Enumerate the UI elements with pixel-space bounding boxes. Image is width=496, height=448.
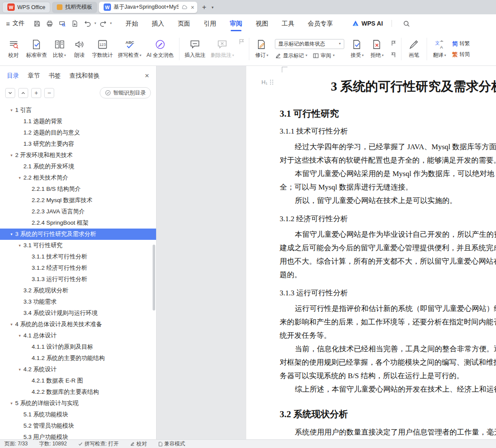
save-button[interactable]	[32, 18, 43, 29]
docer-template-tab[interactable]: 找稻壳模板	[52, 2, 97, 13]
menu-item-home[interactable]: 开始	[125, 14, 139, 33]
toc-item[interactable]: ▾4.2 系统设计	[0, 364, 156, 375]
search-icon[interactable]	[401, 18, 412, 29]
review-pane-button[interactable]: 审阅▾	[313, 52, 335, 59]
file-menu[interactable]: ≡ 文件	[6, 20, 25, 27]
brush-button[interactable]: 画笔	[404, 37, 424, 61]
toc-item[interactable]: 3.3 功能需求	[0, 296, 156, 307]
zoom-in-toc-button[interactable]: +	[31, 88, 41, 98]
toc-caret-icon[interactable]: ▾	[16, 176, 23, 180]
toc-item[interactable]: 5.3 用户功能模块	[0, 432, 156, 443]
toc-item[interactable]: 2.2.4 SpringBoot 框架	[0, 217, 156, 229]
toc-item[interactable]: 2.1 系统的开发环境	[0, 161, 156, 172]
standard-review-button[interactable]: 标准审查	[23, 37, 49, 61]
menu-item-page[interactable]: 页面	[177, 14, 191, 33]
toc-scrollbar[interactable]	[153, 245, 155, 311]
toc-item[interactable]: ▾3.1 可行性研究	[0, 240, 156, 251]
zoom-out-toc-button[interactable]: −	[44, 88, 54, 98]
toc-item[interactable]: ▾5 系统的详细设计与实现	[0, 398, 156, 409]
menu-item-membership[interactable]: 会员专享	[307, 14, 334, 33]
markup-state-dropdown[interactable]: 显示标记的最终状态▾	[275, 39, 344, 49]
menu-item-reference[interactable]: 引用	[203, 14, 217, 33]
sidebar-tab-chapter[interactable]: 章节	[28, 72, 40, 80]
toc-item[interactable]: 2.2.2 Mysql 数据库技术	[0, 195, 156, 206]
toc-item[interactable]: 2.2.3 JAVA 语言简介	[0, 206, 156, 217]
print-preview-button[interactable]	[57, 18, 68, 29]
tab-list-caret-icon[interactable]: ▾	[209, 5, 216, 10]
document-tab[interactable]: W 基于Java+SpringBoot+MyS ×	[99, 2, 197, 13]
show-markup-button[interactable]: 显示标记▾	[275, 52, 307, 59]
toc-item[interactable]: 5.2 管理员功能模块	[0, 420, 156, 432]
toc-item[interactable]: ▾2 开发环境和相关技术	[0, 150, 156, 161]
reject-button[interactable]: 拒绝▾	[367, 37, 387, 61]
proofread-button[interactable]: 校对	[3, 37, 23, 61]
toc-caret-icon[interactable]: ▾	[16, 243, 23, 248]
to-traditional-button[interactable]: 简 转繁	[452, 40, 470, 48]
translate-button[interactable]: 文A 翻译▾	[430, 37, 450, 61]
toc-item[interactable]: 1.1 选题的背景	[0, 116, 156, 127]
compare-button[interactable]: 比较▾	[49, 37, 69, 61]
close-tab-icon[interactable]: ×	[191, 4, 194, 11]
track-changes-button[interactable]: 修订▾	[252, 37, 272, 61]
collapse-all-button[interactable]	[5, 88, 15, 98]
toc-item[interactable]: 3.2 系统现状分析	[0, 285, 156, 296]
spell-check-button[interactable]: ABC 拼写检查▾	[115, 37, 144, 61]
toc-item[interactable]: 3.1.3 运行可行性分析	[0, 274, 156, 285]
menu-item-insert[interactable]: 插入	[151, 14, 165, 33]
toc-item[interactable]: 4.2.1 数据表 E-R 图	[0, 375, 156, 386]
toc-item[interactable]: 4.1.1 设计的原则及目标	[0, 341, 156, 353]
toc-caret-icon[interactable]: ▾	[16, 334, 23, 338]
accept-button[interactable]: 接受▾	[347, 37, 367, 61]
insert-comment-button[interactable]: 插入批注	[182, 37, 208, 61]
toc-item[interactable]: 5.1 系统功能模块	[0, 409, 156, 420]
print-button[interactable]	[44, 18, 55, 29]
toc-caret-icon[interactable]: ▾	[8, 401, 15, 405]
toc-caret-icon[interactable]: ▾	[8, 108, 15, 112]
toc-caret-icon[interactable]: ▾	[8, 232, 15, 236]
toc-item[interactable]: 3.1.2 经济可行性分析	[0, 262, 156, 274]
next-change-button[interactable]	[389, 51, 398, 59]
smart-toc-button[interactable]: 智能识别目录	[100, 87, 151, 98]
toc-item[interactable]: 4.2.2 数据库的主要表结构	[0, 386, 156, 398]
undo-caret-icon[interactable]: ▾	[95, 22, 96, 25]
toc-item[interactable]: ▾1 引言	[0, 105, 156, 116]
toc-item[interactable]: 3.4 系统设计规则与运行环境	[0, 307, 156, 319]
redo-button[interactable]	[98, 18, 109, 29]
new-tab-button[interactable]: +	[199, 3, 209, 12]
doc-text-line: 经过大学四年的学习，已经掌握了 JAVA、Mysql 数据库等方面的	[280, 140, 496, 154]
ai-polish-button[interactable]: AI 全文润色	[144, 37, 176, 61]
read-aloud-button[interactable]: 朗读	[69, 37, 89, 61]
undo-button[interactable]	[82, 18, 93, 29]
toc-item[interactable]: 2.2.1 B/S 结构简介	[0, 183, 156, 195]
compatibility-mode[interactable]: 兼容模式	[158, 440, 185, 448]
menu-item-tools[interactable]: 工具	[281, 14, 295, 33]
toc-item[interactable]: 3.1.1 技术可行性分析	[0, 251, 156, 262]
to-simplified-button[interactable]: 繁 转简	[452, 51, 470, 59]
toc-item[interactable]: 1.2 选题的目的与意义	[0, 127, 156, 138]
wps-office-tab[interactable]: W WPS Office	[2, 2, 50, 13]
menu-item-view[interactable]: 视图	[255, 14, 269, 33]
toc-caret-icon[interactable]: ▾	[8, 322, 15, 327]
sidebar-tab-toc[interactable]: 目录	[7, 72, 19, 80]
sidebar-tab-bookmark[interactable]: 书签	[49, 72, 61, 80]
toc-item[interactable]: ▾2.2 相关技术简介	[0, 172, 156, 183]
toc-caret-icon[interactable]: ▾	[16, 367, 23, 372]
toc-item[interactable]: ▾3 系统的可行性研究及需求分析	[0, 229, 156, 240]
previous-change-button[interactable]	[389, 39, 398, 47]
toc-item[interactable]: 4.1.2 系统的主要的功能结构	[0, 353, 156, 364]
toc-item[interactable]: ▾4.1 总体设计	[0, 330, 156, 341]
close-sidebar-icon[interactable]: ×	[145, 72, 149, 80]
toc-item[interactable]: ▾4 系统的总体设计及相关技术准备	[0, 319, 156, 330]
expand-all-button[interactable]	[18, 88, 28, 98]
export-pdf-button[interactable]	[69, 18, 81, 29]
redo-caret-icon[interactable]: ▾	[110, 22, 112, 25]
word-count-button[interactable]: 123 字数统计	[89, 37, 115, 61]
sidebar-tab-find-replace[interactable]: 查找和替换	[69, 72, 100, 80]
toc-caret-icon[interactable]: ▾	[8, 153, 15, 157]
document-page[interactable]: 3 系统的可行性研究及需求分析3.1 可行性研究3.1.1 技术可行性分析经过大…	[246, 66, 496, 439]
toc-item-label: 5.1 系统功能模块	[23, 411, 69, 419]
menu-item-review[interactable]: 审阅	[229, 14, 243, 33]
wps-ai-button[interactable]: WPS AI	[352, 20, 383, 27]
heading-drag-handle[interactable]: H₁	[261, 79, 274, 85]
toc-item[interactable]: 1.3 研究的主要内容	[0, 138, 156, 150]
